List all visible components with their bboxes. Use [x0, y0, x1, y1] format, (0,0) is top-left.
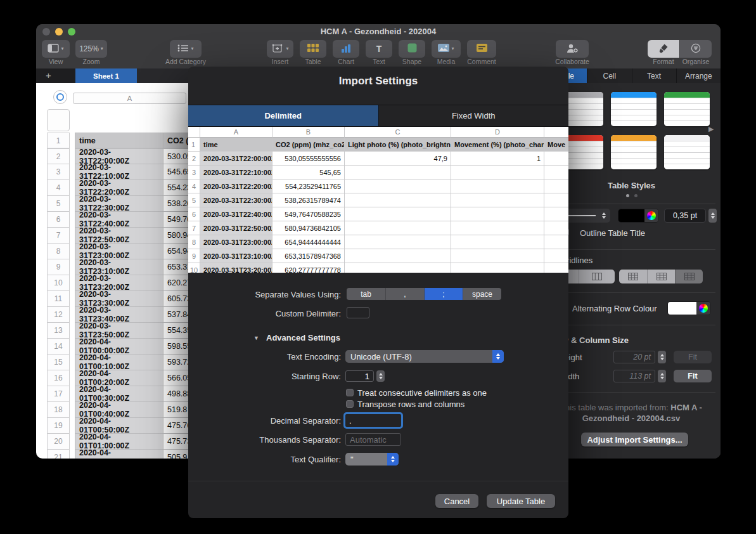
preview-cell[interactable]: 580,94736842105	[272, 221, 345, 235]
preview-cell[interactable]: 530,05555555556	[272, 152, 345, 166]
preview-row[interactable]: 32020-03-31T22:10:00Z545,65	[188, 166, 568, 179]
time-cell[interactable]: 2020-03-31T22:10:00Z	[75, 164, 163, 180]
preview-row[interactable]: 82020-03-31T23:00:00Z654,94444444444	[188, 235, 568, 249]
time-cell[interactable]: 2020-04-01T01:00:00Z	[75, 434, 163, 450]
preview-cell[interactable]: 2020-03-31T22:10:00Z	[200, 166, 272, 179]
table-style-blue[interactable]	[611, 92, 657, 126]
shape-button[interactable]	[399, 40, 425, 58]
time-cell[interactable]: 2020-04-01T00:50:00Z	[75, 418, 163, 434]
fit-width-button[interactable]: Fit	[674, 370, 712, 382]
organise-button[interactable]	[680, 40, 712, 58]
tab-delimited[interactable]: Delimited	[188, 105, 378, 126]
preview-row[interactable]: 52020-03-31T22:30:00Z538,26315789474	[188, 193, 568, 207]
column-header-a[interactable]: A	[73, 93, 186, 104]
delimiter-space-button[interactable]: space	[463, 288, 501, 300]
gridline-header-rows-button[interactable]	[619, 270, 647, 283]
preview-cell[interactable]	[451, 193, 544, 207]
preview-row[interactable]: 42020-03-31T22:20:00Z554,23529411765	[188, 179, 568, 193]
styles-next-arrow-icon[interactable]: ▶	[708, 125, 714, 133]
time-cell[interactable]: 2020-04-01T01:10:00Z	[75, 450, 163, 459]
time-cell[interactable]: 2020-03-31T23:50:00Z	[75, 323, 163, 339]
preview-cell[interactable]	[345, 221, 451, 235]
preview-cell[interactable]	[544, 193, 568, 207]
time-cell[interactable]: 2020-04-01T00:20:00Z	[75, 370, 163, 386]
time-cell[interactable]: 2020-04-01T00:40:00Z	[75, 402, 163, 418]
consecutive-delimiters-checkbox[interactable]	[346, 389, 354, 396]
preview-row[interactable]: 92020-03-31T23:10:00Z653,31578947368	[188, 249, 568, 263]
gridline-vertical-button[interactable]	[579, 270, 615, 283]
preview-cell[interactable]: 554,23529411765	[272, 179, 345, 193]
time-cell[interactable]: 2020-03-31T23:20:00Z	[75, 275, 163, 291]
disclosure-triangle-icon[interactable]: ▼	[253, 335, 259, 341]
gridline-footer-button[interactable]	[675, 270, 703, 283]
transpose-checkbox[interactable]	[346, 400, 354, 408]
select-all-handle[interactable]	[53, 90, 67, 104]
preview-cell[interactable]	[544, 235, 568, 249]
table-style-orange[interactable]	[611, 135, 657, 169]
thousands-separator-field[interactable]: Automatic	[345, 433, 401, 446]
preview-cell[interactable]: 538,26315789474	[272, 193, 345, 207]
time-header-cell[interactable]: time	[75, 133, 163, 148]
colour-wheel-icon[interactable]	[644, 209, 658, 222]
preview-cell[interactable]: 545,65	[272, 166, 345, 179]
update-table-button[interactable]: Update Table	[487, 494, 555, 508]
time-cell[interactable]: 2020-03-31T23:00:00Z	[75, 244, 163, 259]
preview-row[interactable]: 102020-03-31T23:20:00Z620,27777777778	[188, 263, 568, 273]
cancel-button[interactable]: Cancel	[435, 494, 478, 508]
preview-header-cell[interactable]: CO2 (ppm) (mhz_co2)	[272, 138, 345, 152]
preview-row[interactable]: 72020-03-31T22:50:00Z580,94736842105	[188, 221, 568, 235]
preview-cell[interactable]	[544, 152, 568, 166]
comment-button[interactable]	[467, 40, 496, 58]
preview-cell[interactable]	[345, 263, 451, 273]
table-button[interactable]	[300, 40, 326, 58]
preview-cell[interactable]	[544, 263, 568, 273]
row-height-field[interactable]: 20 pt	[613, 351, 655, 363]
preview-cell[interactable]	[345, 249, 451, 263]
time-cell[interactable]: 2020-03-31T22:40:00Z	[75, 212, 163, 228]
time-cell[interactable]: 2020-03-31T22:20:00Z	[75, 180, 163, 196]
row-header-blank[interactable]	[47, 109, 70, 131]
time-cell[interactable]: 2020-03-31T23:10:00Z	[75, 259, 163, 275]
time-cell[interactable]: 2020-03-31T23:40:00Z	[75, 307, 163, 323]
preview-cell[interactable]	[544, 249, 568, 263]
gridline-header-columns-button[interactable]	[647, 270, 675, 283]
preview-cell[interactable]	[544, 166, 568, 179]
border-width-field[interactable]: 0,35 pt	[664, 209, 706, 223]
preview-header-cell[interactable]: Light photo (%) (photo_brightness)	[345, 138, 451, 152]
preview-cell[interactable]: 2020-03-31T22:20:00Z	[200, 179, 272, 193]
add-category-button[interactable]: ▾	[170, 40, 202, 58]
fit-height-button[interactable]: Fit	[674, 351, 712, 363]
delimiter-semicolon-button[interactable]: ;	[424, 288, 463, 300]
preview-cell[interactable]: 654,94444444444	[272, 235, 345, 249]
view-button[interactable]: ▾	[42, 40, 70, 58]
time-cell[interactable]: 2020-03-31T23:30:00Z	[75, 291, 163, 307]
preview-cell[interactable]	[544, 221, 568, 235]
column-width-stepper[interactable]	[658, 370, 666, 382]
zoom-button[interactable]: 125% ▾	[75, 40, 107, 58]
text-encoding-dropdown[interactable]: Unicode (UTF-8)	[345, 350, 504, 363]
preview-cell[interactable]	[451, 179, 544, 193]
time-cell[interactable]: 2020-04-01T00:10:00Z	[75, 355, 163, 370]
preview-cell[interactable]: 2020-03-31T22:50:00Z	[200, 221, 272, 235]
add-sheet-button[interactable]: +	[46, 70, 51, 81]
text-qualifier-dropdown[interactable]: "	[345, 453, 399, 466]
tab-fixed-width[interactable]: Fixed Width	[378, 105, 569, 126]
preview-cell[interactable]	[345, 166, 451, 179]
preview-cell[interactable]: 2020-03-31T23:10:00Z	[200, 249, 272, 263]
preview-cell[interactable]: 620,27777777778	[272, 263, 345, 273]
preview-cell[interactable]	[345, 235, 451, 249]
preview-cell[interactable]	[451, 235, 544, 249]
time-cell[interactable]: 2020-03-31T22:00:00Z	[75, 148, 163, 164]
preview-cell[interactable]: 1	[451, 152, 544, 166]
preview-cell[interactable]: 47,9	[345, 152, 451, 166]
table-style-plain[interactable]	[664, 135, 710, 169]
column-width-field[interactable]: 113 pt	[613, 370, 655, 382]
preview-cell[interactable]: 653,31578947368	[272, 249, 345, 263]
tab-cell[interactable]: Cell	[587, 68, 631, 83]
adjust-import-settings-button[interactable]: Adjust Import Settings...	[581, 433, 688, 446]
preview-cell[interactable]: 2020-03-31T22:00:00Z	[200, 152, 272, 166]
format-button[interactable]	[648, 40, 679, 58]
media-button[interactable]: ▾	[432, 40, 461, 58]
preview-header-cell[interactable]: Move	[544, 138, 568, 152]
time-cell[interactable]: 2020-04-01T00:30:00Z	[75, 386, 163, 402]
